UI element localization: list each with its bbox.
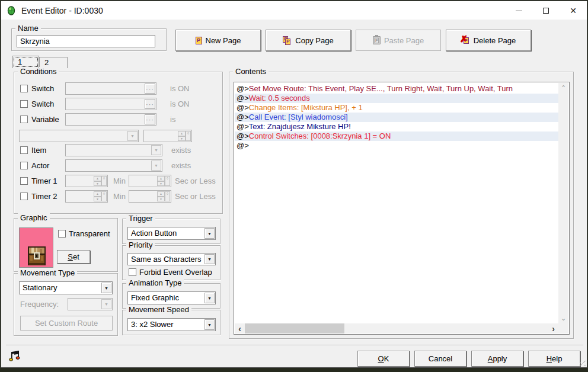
trigger-combo[interactable]: Action Button ▼ [127, 227, 216, 240]
switch2-value-field: ··· [65, 98, 156, 110]
tab-page-1[interactable]: 1 [12, 56, 39, 68]
movement-type-combo[interactable]: Stationary ▼ [19, 281, 113, 294]
delete-page-label: Delete Page [474, 36, 516, 45]
variable-checkbox[interactable] [20, 116, 28, 123]
movement-type-group: Movement Type Stationary ▼ Frequency: ▼ … [14, 273, 118, 336]
spin-up-icon: ▲ [178, 131, 186, 136]
actor-combo-arrow-icon: ▼ [151, 161, 161, 171]
trigger-group-label: Trigger [126, 214, 155, 223]
item-combo-arrow-icon: ▼ [151, 145, 161, 155]
scroll-left-icon[interactable]: ‹ [235, 323, 245, 333]
music-note-icon [8, 349, 21, 363]
spin-down-icon: ▼ [178, 136, 186, 142]
speed-arrow-icon: ▼ [204, 319, 215, 330]
trigger-arrow-icon: ▼ [204, 228, 215, 239]
scroll-up-icon[interactable]: ⌃ [558, 83, 568, 93]
graphic-preview[interactable] [19, 227, 53, 268]
name-group-label: Name [15, 24, 41, 33]
actor-suffix: exists [171, 161, 191, 170]
actor-checkbox[interactable] [20, 162, 28, 169]
command-line[interactable]: @> [235, 141, 558, 150]
transparent-checkbox[interactable] [58, 230, 66, 238]
help-button[interactable]: Help [528, 351, 580, 367]
window-title: Event Editor - ID:0030 [21, 6, 103, 15]
timer1-min-label: Min [113, 177, 126, 185]
minimize-icon [516, 10, 522, 11]
command-line[interactable]: @>Call Event: [Styl wiadomosci] [235, 113, 558, 122]
forbid-overlap-checkbox[interactable] [129, 268, 136, 276]
timer2-checkbox[interactable] [20, 193, 28, 200]
switch2-suffix: is ON [170, 100, 190, 108]
title-bar: Event Editor - ID:0030 ✕ [1, 1, 587, 20]
variable-condition-combo: ▼ [19, 130, 139, 142]
graphic-set-button[interactable]: Set [57, 250, 90, 264]
app-gem-icon [7, 6, 16, 15]
frequency-label: Frequency: [20, 300, 59, 309]
apply-button[interactable]: Apply [471, 351, 523, 367]
variable-suffix: is [170, 115, 175, 124]
new-page-icon: P [196, 37, 202, 44]
apply-label: Apply [488, 354, 507, 363]
delete-page-button[interactable]: P ✗ Delete Page [446, 30, 531, 51]
help-label: Help [547, 354, 563, 363]
variable-condition-arrow-icon: ▼ [127, 131, 138, 141]
switch2-checkbox[interactable] [20, 100, 28, 108]
item-checkbox[interactable] [20, 146, 28, 154]
command-line[interactable]: @>Text: Znajdujesz Miksture HP! [235, 122, 558, 132]
frequency-combo: ▼ [68, 298, 113, 310]
name-value: Skrzynia [20, 37, 50, 46]
switch1-label: Switch [31, 84, 54, 93]
priority-group: Priority Same as Characters ▼ Forbid Eve… [122, 245, 220, 280]
animation-type-label: Animation Type [126, 278, 184, 287]
animation-type-combo[interactable]: Fixed Graphic ▼ [127, 291, 216, 304]
timer2-label: Timer 2 [31, 192, 57, 201]
ok-button[interactable]: OK [357, 351, 410, 367]
timer1-checkbox[interactable] [20, 177, 28, 185]
timer2-suffix: Sec or Less [175, 192, 216, 201]
variable-browse-button: ··· [145, 114, 155, 124]
command-line[interactable]: @>Control Switches: [0008:Skrzynia 1] = … [235, 132, 558, 141]
timer1-min-spinner: ▲▼ ◊ [65, 175, 108, 187]
scroll-right-icon[interactable]: › [548, 323, 558, 333]
copy-page-button[interactable]: P P Copy Page [266, 30, 351, 51]
new-page-button[interactable]: P New Page [175, 30, 261, 51]
maximize-button[interactable] [532, 1, 560, 20]
command-line[interactable]: @>Change Items: [Mikstura HP], + 1 [235, 103, 558, 113]
close-icon: ✕ [570, 7, 577, 15]
frequency-arrow-icon: ▼ [101, 299, 111, 309]
item-combo: ▼ [65, 144, 162, 156]
ok-label: OK [378, 354, 389, 363]
horizontal-scrollbar[interactable]: ‹ › [235, 323, 558, 333]
timer1-suffix: Sec or Less [175, 177, 216, 185]
command-line[interactable]: @>Set Move Route: This Event, Play SE...… [235, 84, 558, 94]
transparent-label: Transparent [69, 229, 110, 238]
command-line[interactable]: @>Wait: 0.5 seconds [235, 94, 558, 103]
conditions-group-label: Conditions [18, 67, 59, 76]
item-label: Item [31, 146, 46, 155]
timer1-sec-spinner: ▲▼ ◊ [129, 175, 171, 187]
switch1-suffix: is ON [170, 84, 190, 93]
item-suffix: exists [171, 146, 191, 155]
event-editor-window: Event Editor - ID:0030 ✕ Name Skrzynia P… [1, 1, 587, 368]
cancel-label: Cancel [429, 354, 452, 363]
cancel-button[interactable]: Cancel [414, 351, 466, 367]
movement-speed-combo[interactable]: 3: x2 Slower ▼ [127, 318, 216, 331]
name-input[interactable]: Skrzynia [17, 35, 155, 47]
timer2-sec-spinner: ▲▼ ◊ [129, 190, 171, 203]
vertical-scrollbar[interactable]: ⌃ ⌄ [558, 83, 568, 323]
close-button[interactable]: ✕ [560, 1, 587, 20]
switch1-checkbox[interactable] [20, 85, 28, 92]
timer2-min-spinner: ▲▼ ◊ [65, 190, 108, 203]
scroll-down-icon[interactable]: ⌄ [558, 313, 568, 323]
animation-arrow-icon: ▼ [204, 293, 215, 303]
switch2-label: Switch [31, 100, 54, 108]
maximize-icon [543, 8, 549, 14]
horizontal-scroll-thumb[interactable] [245, 323, 344, 333]
paste-page-icon: P [373, 36, 381, 44]
movement-type-label: Movement Type [18, 268, 77, 277]
graphic-group-label: Graphic [18, 213, 50, 222]
actor-combo: ▼ [65, 159, 162, 172]
graphic-group: Graphic Tran [14, 218, 118, 272]
conditions-group: Conditions Switch ··· is ON Switch ··· i… [14, 72, 223, 214]
priority-combo[interactable]: Same as Characters ▼ [127, 253, 216, 265]
